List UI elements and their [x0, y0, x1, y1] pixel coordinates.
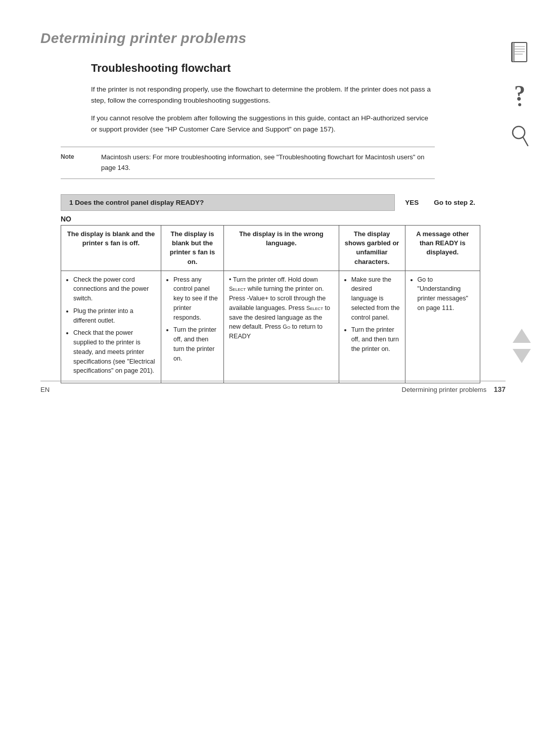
- list-item: Plug the printer into a different outlet…: [73, 306, 156, 326]
- col-header-5: A message other than READY is displayed.: [405, 225, 480, 271]
- bottom-nav-icons: [513, 329, 531, 363]
- cell-1-1: Check the power cord connections and the…: [61, 271, 161, 383]
- magnifier-icon: [510, 123, 530, 151]
- svg-point-8: [513, 126, 525, 139]
- svg-line-9: [523, 138, 528, 146]
- question-icon: ?: [510, 81, 529, 109]
- cell-1-4: Make sure the desired language is select…: [339, 271, 405, 383]
- cell-1-2: Press any control panel key to see if th…: [161, 271, 224, 383]
- cell-1-3: • Turn the printer off. Hold down Select…: [224, 271, 339, 383]
- col-header-4: The display shows garbled or unfamiliar …: [339, 225, 405, 271]
- step1-header: 1 Does the control panel display READY? …: [61, 194, 480, 211]
- list-item: Check that the power supplied to the pri…: [73, 328, 156, 376]
- list-item: Press any control panel key to see if th…: [173, 275, 218, 323]
- note-label: Note: [61, 152, 101, 173]
- col-header-2: The display is blank but the printer s f…: [161, 225, 224, 271]
- cell-1-5: Go to "Understanding printer messages" o…: [405, 271, 480, 383]
- intro-paragraph-1: If the printer is not responding properl…: [91, 84, 435, 106]
- table-header-row: The display is blank and the printer s f…: [61, 225, 480, 271]
- footer-center: Determining printer problems 137: [402, 385, 506, 393]
- svg-rect-1: [513, 42, 514, 62]
- flowchart-area: 1 Does the control panel display READY? …: [61, 194, 480, 383]
- list-item: Turn the printer off, and then turn the …: [173, 325, 218, 363]
- triangle-down-icon[interactable]: [513, 349, 531, 363]
- page-wrapper: ? Determining printer problems Troublesh…: [0, 0, 546, 414]
- triangle-up-icon[interactable]: [513, 329, 531, 343]
- note-block: Note Macintosh users: For more troublesh…: [61, 147, 435, 179]
- list-item: Check the power cord connections and the…: [73, 275, 156, 303]
- footer-page-number: 137: [494, 385, 506, 393]
- intro-paragraph-2: If you cannot resolve the problem after …: [91, 113, 435, 135]
- step1-question: 1 Does the control panel display READY?: [61, 194, 395, 211]
- page-title: Determining printer problems: [40, 30, 506, 47]
- book-icon: [509, 40, 531, 67]
- col-header-3: The display is in the wrong language.: [224, 225, 339, 271]
- no-label: NO: [61, 215, 480, 223]
- svg-point-7: [518, 103, 521, 106]
- col-header-1: The display is blank and the printer s f…: [61, 225, 161, 271]
- list-item: Turn the printer off, and then turn the …: [351, 325, 400, 353]
- note-text: Macintosh users: For more troubleshootin…: [101, 152, 435, 173]
- page-footer: EN Determining printer problems 137: [40, 381, 506, 393]
- table-row: Check the power cord connections and the…: [61, 271, 480, 383]
- footer-left: EN: [40, 386, 50, 393]
- svg-text:?: ?: [514, 81, 525, 106]
- troubleshoot-table: The display is blank and the printer s f…: [61, 225, 480, 383]
- right-icons: ?: [509, 40, 531, 151]
- list-item: Go to "Understanding printer messages" o…: [418, 275, 475, 313]
- list-item: Make sure the desired language is select…: [351, 275, 400, 323]
- step1-yes-label: YES: [395, 195, 429, 210]
- list-item: • Turn the printer off. Hold down Select…: [229, 275, 334, 341]
- section-title: Troubleshooting flowchart: [91, 62, 506, 75]
- step1-goto: Go to step 2.: [429, 195, 480, 210]
